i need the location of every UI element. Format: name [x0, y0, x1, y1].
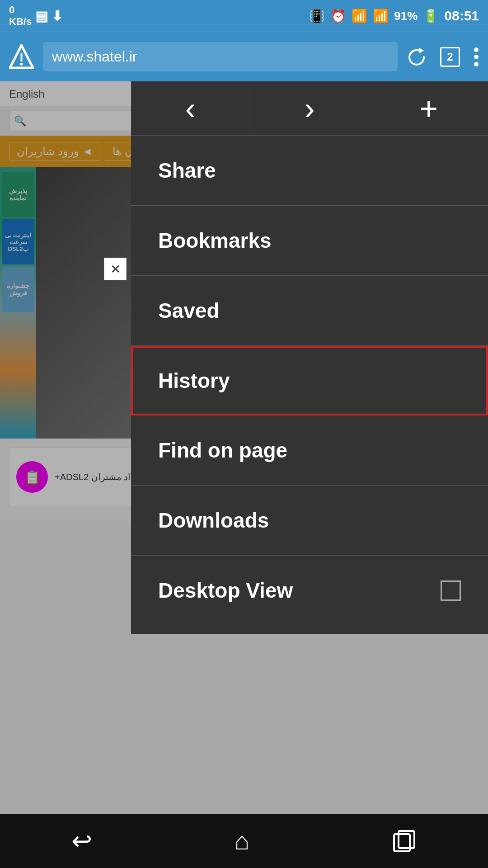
- history-label: History: [158, 368, 230, 393]
- share-menu-item[interactable]: Share: [131, 136, 488, 206]
- svg-marker-3: [419, 48, 424, 53]
- sim-icon: ▤: [35, 8, 48, 24]
- status-left: 0KB/s ▤ ⬇: [9, 4, 63, 28]
- signal-icon: 📶: [373, 9, 389, 24]
- back-icon: ‹: [185, 90, 196, 127]
- desktop-view-menu-item[interactable]: Desktop View: [131, 556, 488, 625]
- context-menu: ‹ › + Share Bookmarks Saved History Find…: [131, 81, 488, 634]
- close-popup-button[interactable]: ✕: [104, 258, 127, 280]
- menu-nav-row: ‹ › +: [131, 81, 488, 136]
- battery-percent: 91%: [394, 9, 418, 23]
- battery-icon: 🔋: [423, 9, 439, 24]
- home-nav-icon: ⌂: [235, 826, 249, 855]
- svg-point-6: [474, 62, 479, 66]
- wifi-icon: 📶: [352, 9, 367, 24]
- desktop-view-checkbox[interactable]: [441, 580, 461, 601]
- history-menu-item[interactable]: History: [131, 346, 488, 415]
- downloads-label: Downloads: [158, 508, 269, 533]
- recent-nav-icon: [392, 829, 417, 854]
- toolbar-icons: 2: [407, 47, 479, 67]
- new-tab-button[interactable]: +: [369, 81, 488, 135]
- browser-toolbar: www.shatel.ir 2: [0, 32, 488, 81]
- clock: 08:51: [444, 8, 479, 24]
- share-label: Share: [158, 158, 216, 183]
- alarm-icon: ⏰: [330, 9, 346, 24]
- forward-button[interactable]: ›: [250, 81, 370, 135]
- download-icon: ⬇: [52, 8, 63, 24]
- url-bar[interactable]: www.shatel.ir: [43, 42, 398, 71]
- menu-button[interactable]: [474, 47, 479, 67]
- bookmarks-label: Bookmarks: [158, 228, 272, 253]
- find-on-page-menu-item[interactable]: Find on page: [131, 415, 488, 486]
- downloads-menu-item[interactable]: Downloads: [131, 486, 488, 556]
- back-nav-icon: ↩: [71, 826, 92, 855]
- browser-logo: [9, 44, 34, 69]
- svg-point-4: [474, 47, 479, 52]
- tabs-button[interactable]: 2: [440, 47, 460, 67]
- svg-point-5: [474, 55, 479, 59]
- data-speed: 0KB/s: [9, 4, 32, 28]
- bottom-nav: ↩ ⌂: [0, 814, 488, 868]
- tab-count: 2: [447, 51, 453, 63]
- vibrate-icon: 📳: [309, 9, 325, 24]
- refresh-button[interactable]: [407, 47, 427, 67]
- saved-menu-item[interactable]: Saved: [131, 276, 488, 346]
- recent-nav-button[interactable]: [392, 829, 417, 854]
- find-on-page-label: Find on page: [158, 438, 287, 462]
- url-text: www.shatel.ir: [52, 48, 137, 65]
- status-bar: 0KB/s ▤ ⬇ 📳 ⏰ 📶 📶 91% 🔋 08:51: [0, 0, 488, 32]
- home-nav-button[interactable]: ⌂: [235, 826, 249, 855]
- bookmarks-menu-item[interactable]: Bookmarks: [131, 206, 488, 276]
- back-button[interactable]: ‹: [131, 81, 250, 135]
- new-tab-icon: +: [419, 90, 438, 127]
- saved-label: Saved: [158, 298, 220, 323]
- svg-point-2: [20, 63, 23, 66]
- desktop-view-label: Desktop View: [158, 578, 293, 603]
- forward-icon: ›: [304, 90, 314, 127]
- back-nav-button[interactable]: ↩: [71, 826, 92, 855]
- status-right: 📳 ⏰ 📶 📶 91% 🔋 08:51: [309, 8, 479, 24]
